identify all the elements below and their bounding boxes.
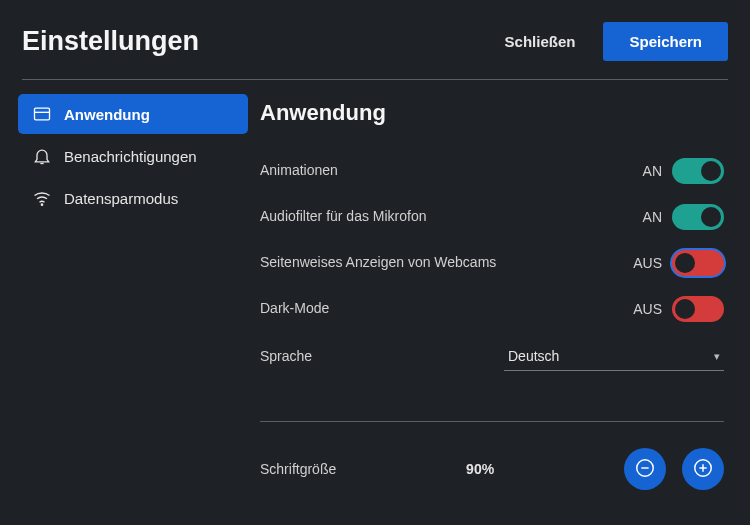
minus-icon (634, 457, 656, 482)
svg-rect-0 (35, 108, 50, 120)
setting-label: Sprache (260, 347, 312, 367)
sidebar-item-notifications[interactable]: Benachrichtigungen (18, 136, 248, 176)
svg-point-3 (41, 204, 42, 205)
setting-label: Dark-Mode (260, 299, 329, 319)
toggle-knob (675, 299, 695, 319)
setting-label: Seitenweises Anzeigen von Webcams (260, 253, 496, 273)
settings-header: Einstellungen Schließen Speichern (0, 0, 750, 79)
main-panel: Anwendung Animationen AN Audiofilter für… (248, 94, 750, 490)
setting-row-audio-filter: Audiofilter für das Mikrofon AN (260, 194, 724, 240)
setting-control: AN (643, 204, 724, 230)
page-title: Einstellungen (22, 26, 199, 57)
sidebar-item-data-saver[interactable]: Datensparmodus (18, 178, 248, 218)
setting-control: AUS (633, 250, 724, 276)
toggle-state-text: AUS (633, 301, 662, 317)
font-size-increase-button[interactable] (682, 448, 724, 490)
setting-control: AUS (633, 296, 724, 322)
window-icon (32, 104, 52, 124)
toggle-knob (675, 253, 695, 273)
toggle-knob (701, 161, 721, 181)
content: Anwendung Benachrichtigungen Datensparmo… (0, 80, 750, 490)
panel-title: Anwendung (260, 100, 724, 126)
setting-row-dark-mode: Dark-Mode AUS (260, 286, 724, 332)
dark-mode-toggle[interactable] (672, 296, 724, 322)
setting-row-webcam-pages: Seitenweises Anzeigen von Webcams AUS (260, 240, 724, 286)
setting-label: Audiofilter für das Mikrofon (260, 207, 427, 227)
font-size-controls (624, 448, 724, 490)
close-button[interactable]: Schließen (505, 33, 576, 50)
chevron-down-icon: ▾ (714, 350, 720, 363)
toggle-state-text: AUS (633, 255, 662, 271)
animations-toggle[interactable] (672, 158, 724, 184)
font-size-value-wrap: 90% (336, 460, 624, 478)
sidebar-item-application[interactable]: Anwendung (18, 94, 248, 134)
setting-label: Animationen (260, 161, 338, 181)
toggle-state-text: AN (643, 209, 662, 225)
font-size-decrease-button[interactable] (624, 448, 666, 490)
webcam-pages-toggle[interactable] (672, 250, 724, 276)
setting-row-animations: Animationen AN (260, 148, 724, 194)
bell-icon (32, 146, 52, 166)
plus-icon (692, 457, 714, 482)
audio-filter-toggle[interactable] (672, 204, 724, 230)
section-divider (260, 421, 724, 422)
setting-row-font-size: Schriftgröße 90% (260, 444, 724, 490)
sidebar-item-label: Benachrichtigungen (64, 148, 197, 165)
toggle-knob (701, 207, 721, 227)
setting-label: Schriftgröße (260, 461, 336, 477)
toggle-state-text: AN (643, 163, 662, 179)
wifi-icon (32, 188, 52, 208)
language-select-value: Deutsch (508, 348, 559, 364)
language-select[interactable]: Deutsch ▾ (504, 342, 724, 371)
save-button[interactable]: Speichern (603, 22, 728, 61)
font-size-value: 90% (466, 461, 494, 477)
sidebar-item-label: Datensparmodus (64, 190, 178, 207)
setting-row-language: Sprache Deutsch ▾ (260, 332, 724, 381)
setting-control: AN (643, 158, 724, 184)
sidebar: Anwendung Benachrichtigungen Datensparmo… (0, 94, 248, 490)
header-actions: Schließen Speichern (505, 22, 728, 61)
sidebar-item-label: Anwendung (64, 106, 150, 123)
